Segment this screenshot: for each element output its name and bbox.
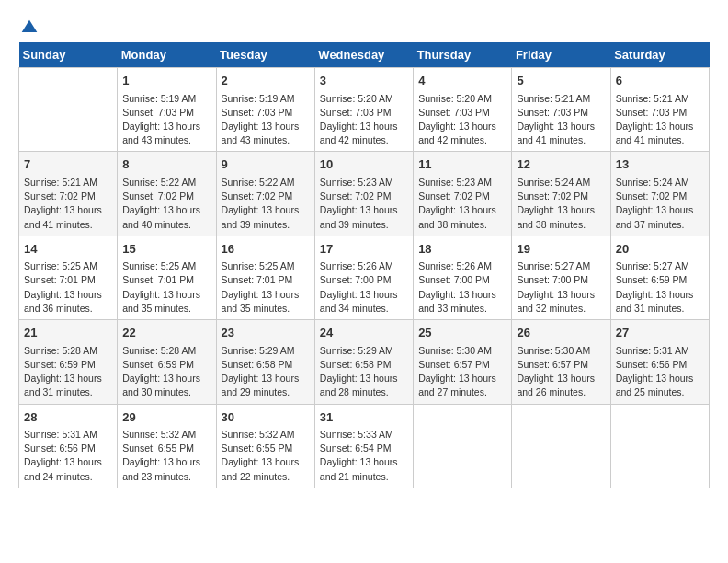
day-number: 25	[418, 324, 506, 342]
calendar-cell: 15Sunrise: 5:25 AM Sunset: 7:01 PM Dayli…	[118, 236, 216, 319]
calendar-body: 1Sunrise: 5:19 AM Sunset: 7:03 PM Daylig…	[19, 68, 710, 488]
day-number: 11	[418, 155, 506, 174]
calendar-cell: 9Sunrise: 5:22 AM Sunset: 7:02 PM Daylig…	[216, 152, 314, 236]
calendar-cell: 26Sunrise: 5:30 AM Sunset: 6:57 PM Dayli…	[512, 320, 610, 404]
day-number: 9	[222, 155, 310, 174]
calendar-cell: 27Sunrise: 5:31 AM Sunset: 6:56 PM Dayli…	[610, 320, 709, 404]
calendar-cell: 2Sunrise: 5:19 AM Sunset: 7:03 PM Daylig…	[216, 68, 314, 152]
header-cell-friday: Friday	[512, 42, 610, 68]
calendar-cell: 19Sunrise: 5:27 AM Sunset: 7:00 PM Dayli…	[512, 236, 610, 319]
calendar-cell: 29Sunrise: 5:32 AM Sunset: 6:55 PM Dayli…	[118, 404, 216, 488]
header-cell-monday: Monday	[118, 42, 216, 68]
calendar-cell: 12Sunrise: 5:24 AM Sunset: 7:02 PM Dayli…	[512, 152, 610, 236]
calendar-cell: 31Sunrise: 5:33 AM Sunset: 6:54 PM Dayli…	[314, 404, 413, 488]
day-number: 19	[517, 240, 605, 259]
cell-info: Sunrise: 5:23 AM Sunset: 7:02 PM Dayligh…	[418, 176, 506, 232]
day-number: 15	[122, 240, 210, 259]
calendar-cell	[610, 404, 709, 488]
cell-info: Sunrise: 5:25 AM Sunset: 7:01 PM Dayligh…	[24, 259, 112, 316]
day-number: 29	[122, 408, 210, 427]
cell-info: Sunrise: 5:20 AM Sunset: 7:03 PM Dayligh…	[320, 92, 408, 148]
day-number: 6	[616, 72, 704, 90]
day-number: 18	[418, 240, 506, 259]
calendar-cell: 23Sunrise: 5:29 AM Sunset: 6:58 PM Dayli…	[216, 320, 314, 404]
cell-info: Sunrise: 5:23 AM Sunset: 7:02 PM Dayligh…	[320, 176, 408, 232]
day-number: 23	[222, 324, 310, 342]
header-cell-sunday: Sunday	[19, 42, 118, 68]
cell-info: Sunrise: 5:24 AM Sunset: 7:02 PM Dayligh…	[616, 176, 704, 232]
cell-info: Sunrise: 5:22 AM Sunset: 7:02 PM Dayligh…	[222, 176, 310, 232]
cell-info: Sunrise: 5:20 AM Sunset: 7:03 PM Dayligh…	[418, 92, 506, 148]
calendar-cell: 17Sunrise: 5:26 AM Sunset: 7:00 PM Dayli…	[314, 236, 413, 319]
day-number: 3	[320, 72, 408, 90]
cell-info: Sunrise: 5:22 AM Sunset: 7:02 PM Dayligh…	[122, 176, 210, 232]
calendar-cell	[19, 68, 118, 152]
calendar-cell: 28Sunrise: 5:31 AM Sunset: 6:56 PM Dayli…	[19, 404, 118, 488]
day-number: 1	[122, 72, 210, 90]
calendar-cell: 3Sunrise: 5:20 AM Sunset: 7:03 PM Daylig…	[314, 68, 413, 152]
cell-info: Sunrise: 5:29 AM Sunset: 6:58 PM Dayligh…	[320, 344, 408, 400]
day-number: 26	[517, 324, 605, 342]
day-number: 22	[122, 324, 210, 342]
day-number: 27	[616, 324, 704, 342]
day-number: 5	[517, 72, 605, 90]
header-cell-tuesday: Tuesday	[216, 42, 314, 68]
calendar-cell: 10Sunrise: 5:23 AM Sunset: 7:02 PM Dayli…	[314, 152, 413, 236]
day-number: 13	[616, 155, 704, 174]
calendar-cell: 8Sunrise: 5:22 AM Sunset: 7:02 PM Daylig…	[118, 152, 216, 236]
day-number: 21	[24, 324, 112, 342]
day-number: 4	[418, 72, 506, 90]
header-cell-saturday: Saturday	[610, 42, 709, 68]
cell-info: Sunrise: 5:21 AM Sunset: 7:02 PM Dayligh…	[24, 176, 112, 232]
calendar-header: SundayMondayTuesdayWednesdayThursdayFrid…	[19, 42, 710, 68]
cell-info: Sunrise: 5:32 AM Sunset: 6:55 PM Dayligh…	[122, 428, 210, 484]
cell-info: Sunrise: 5:25 AM Sunset: 7:01 PM Dayligh…	[122, 259, 210, 316]
day-number: 28	[24, 408, 112, 427]
day-number: 16	[222, 240, 310, 259]
day-number: 24	[320, 324, 408, 342]
calendar-cell: 6Sunrise: 5:21 AM Sunset: 7:03 PM Daylig…	[610, 68, 709, 152]
day-number: 14	[24, 240, 112, 259]
cell-info: Sunrise: 5:30 AM Sunset: 6:57 PM Dayligh…	[517, 344, 605, 400]
day-number: 30	[222, 408, 310, 427]
cell-info: Sunrise: 5:26 AM Sunset: 7:00 PM Dayligh…	[418, 259, 506, 316]
week-row-3: 14Sunrise: 5:25 AM Sunset: 7:01 PM Dayli…	[19, 236, 710, 319]
header-row: SundayMondayTuesdayWednesdayThursdayFrid…	[19, 42, 710, 68]
cell-info: Sunrise: 5:27 AM Sunset: 6:59 PM Dayligh…	[616, 259, 704, 316]
cell-info: Sunrise: 5:33 AM Sunset: 6:54 PM Dayligh…	[320, 428, 408, 484]
logo-icon	[20, 18, 39, 37]
day-number: 2	[222, 72, 310, 90]
cell-info: Sunrise: 5:28 AM Sunset: 6:59 PM Dayligh…	[122, 344, 210, 400]
day-number: 8	[122, 155, 210, 174]
calendar-cell	[414, 404, 512, 488]
calendar-cell: 22Sunrise: 5:28 AM Sunset: 6:59 PM Dayli…	[118, 320, 216, 404]
page-header	[18, 18, 710, 33]
cell-info: Sunrise: 5:26 AM Sunset: 7:00 PM Dayligh…	[320, 259, 408, 316]
calendar-cell: 24Sunrise: 5:29 AM Sunset: 6:58 PM Dayli…	[314, 320, 413, 404]
calendar-cell: 4Sunrise: 5:20 AM Sunset: 7:03 PM Daylig…	[414, 68, 512, 152]
cell-info: Sunrise: 5:24 AM Sunset: 7:02 PM Dayligh…	[517, 176, 605, 232]
calendar-cell: 14Sunrise: 5:25 AM Sunset: 7:01 PM Dayli…	[19, 236, 118, 319]
calendar-cell: 21Sunrise: 5:28 AM Sunset: 6:59 PM Dayli…	[19, 320, 118, 404]
cell-info: Sunrise: 5:21 AM Sunset: 7:03 PM Dayligh…	[616, 92, 704, 148]
cell-info: Sunrise: 5:29 AM Sunset: 6:58 PM Dayligh…	[222, 344, 310, 400]
cell-info: Sunrise: 5:32 AM Sunset: 6:55 PM Dayligh…	[222, 428, 310, 484]
header-cell-wednesday: Wednesday	[314, 42, 413, 68]
calendar-cell	[512, 404, 610, 488]
calendar-cell: 18Sunrise: 5:26 AM Sunset: 7:00 PM Dayli…	[414, 236, 512, 319]
calendar-cell: 7Sunrise: 5:21 AM Sunset: 7:02 PM Daylig…	[19, 152, 118, 236]
calendar-cell: 20Sunrise: 5:27 AM Sunset: 6:59 PM Dayli…	[610, 236, 709, 319]
week-row-1: 1Sunrise: 5:19 AM Sunset: 7:03 PM Daylig…	[19, 68, 710, 152]
day-number: 12	[517, 155, 605, 174]
logo	[18, 18, 39, 33]
calendar-cell: 11Sunrise: 5:23 AM Sunset: 7:02 PM Dayli…	[414, 152, 512, 236]
cell-info: Sunrise: 5:27 AM Sunset: 7:00 PM Dayligh…	[517, 259, 605, 316]
day-number: 7	[24, 155, 112, 174]
cell-info: Sunrise: 5:31 AM Sunset: 6:56 PM Dayligh…	[24, 428, 112, 484]
cell-info: Sunrise: 5:30 AM Sunset: 6:57 PM Dayligh…	[418, 344, 506, 400]
calendar-cell: 5Sunrise: 5:21 AM Sunset: 7:03 PM Daylig…	[512, 68, 610, 152]
header-cell-thursday: Thursday	[414, 42, 512, 68]
calendar-cell: 13Sunrise: 5:24 AM Sunset: 7:02 PM Dayli…	[610, 152, 709, 236]
calendar-cell: 25Sunrise: 5:30 AM Sunset: 6:57 PM Dayli…	[414, 320, 512, 404]
day-number: 10	[320, 155, 408, 174]
